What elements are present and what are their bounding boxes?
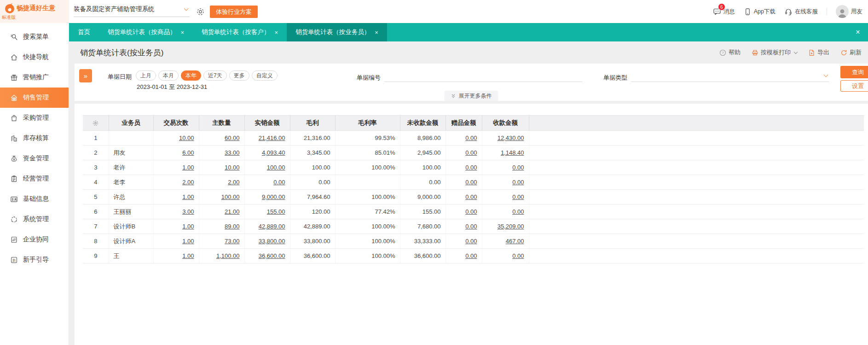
collapse-filter-button[interactable]: »: [79, 69, 92, 82]
col-header-trades[interactable]: 交易次数: [153, 116, 199, 131]
gift-amount-cell[interactable]: 0.00: [446, 190, 482, 205]
sidebar-item-funds[interactable]: 资金管理: [0, 148, 69, 169]
expand-more-conditions-button[interactable]: 展开更多条件: [445, 91, 498, 101]
app-download-button[interactable]: App下载: [744, 0, 775, 23]
qty-cell[interactable]: 100.00: [199, 190, 244, 205]
qty-cell[interactable]: 89.00: [199, 219, 244, 234]
table-body: 1 10.00 60.00 21,416.00 21,316.00 99.53%…: [83, 131, 864, 263]
gift-amount-cell[interactable]: 0.00: [446, 205, 482, 219]
qty-cell[interactable]: 73.00: [199, 234, 244, 249]
help-button[interactable]: ? 帮助: [719, 48, 741, 57]
col-header-qty[interactable]: 主数量: [199, 116, 244, 131]
trades-cell[interactable]: 10.00: [153, 131, 199, 146]
qty-cell[interactable]: 60.00: [199, 131, 244, 146]
sidebar-item-sales[interactable]: 销售管理: [0, 88, 69, 108]
sidebar-item-collaboration[interactable]: 企业协同: [0, 229, 69, 250]
trades-cell[interactable]: 1.00: [153, 234, 199, 249]
tab-close-icon[interactable]: ×: [275, 29, 278, 36]
received-cell[interactable]: 35,209.00: [482, 219, 529, 234]
sidebar-item-basic-info[interactable]: 基础信息: [0, 189, 69, 209]
qty-cell[interactable]: 1,100.00: [199, 249, 244, 263]
col-header-gross-margin[interactable]: 毛利率: [335, 116, 400, 131]
messages-button[interactable]: 消息 6: [713, 0, 735, 23]
qty-cell[interactable]: 2.00: [199, 175, 244, 190]
date-pill[interactable]: 近7天: [203, 70, 227, 81]
settings-button[interactable]: 设置: [840, 80, 868, 92]
qty-cell[interactable]: 33.00: [199, 146, 244, 160]
doc-type-select[interactable]: [631, 72, 829, 82]
qty-cell[interactable]: 10.00: [199, 160, 244, 175]
col-header-unreceived[interactable]: 未收款金额: [400, 116, 446, 131]
close-all-tabs-icon[interactable]: ×: [848, 23, 868, 41]
gift-amount-cell[interactable]: 0.00: [446, 175, 482, 190]
sales-amount-cell[interactable]: 100.00: [244, 160, 290, 175]
trades-cell[interactable]: 2.00: [153, 175, 199, 190]
gear-icon[interactable]: [196, 7, 205, 16]
trades-cell[interactable]: 1.00: [153, 160, 199, 175]
column-settings-cell[interactable]: [83, 116, 109, 131]
export-button[interactable]: 导出: [808, 48, 829, 57]
sales-amount-cell[interactable]: 21,416.00: [244, 131, 290, 146]
gift-amount-cell[interactable]: 0.00: [446, 146, 482, 160]
system-selector-dropdown[interactable]: 装备及固定资产辅助管理系统: [74, 5, 190, 17]
query-button[interactable]: 查询: [840, 66, 868, 78]
trades-cell[interactable]: 3.00: [153, 205, 199, 219]
date-pill[interactable]: 本年: [181, 70, 201, 81]
date-pill[interactable]: 本月: [158, 70, 179, 81]
col-header-gift-amount[interactable]: 赠品金额: [446, 116, 482, 131]
sidebar-item-system[interactable]: 系统管理: [0, 209, 69, 229]
refresh-button[interactable]: 刷新: [840, 48, 862, 57]
tab[interactable]: 首页: [69, 23, 99, 41]
sidebar-item-beginner-guide[interactable]: 新 新手引导: [0, 250, 69, 270]
gift-amount-cell[interactable]: 0.00: [446, 160, 482, 175]
trades-cell[interactable]: 1.00: [153, 190, 199, 205]
sidebar-item-inventory[interactable]: 库存核算: [0, 128, 69, 148]
sidebar-item-marketing[interactable]: 营销推广: [0, 67, 69, 88]
gift-amount-cell[interactable]: 0.00: [446, 234, 482, 249]
gift-amount-cell[interactable]: 0.00: [446, 219, 482, 234]
sales-amount-cell[interactable]: 42,889.00: [244, 219, 290, 234]
gift-amount-cell[interactable]: 0.00: [446, 131, 482, 146]
trades-cell[interactable]: 6.00: [153, 146, 199, 160]
qty-cell[interactable]: 21.00: [199, 205, 244, 219]
trades-cell[interactable]: 1.00: [153, 219, 199, 234]
date-pill[interactable]: 更多: [229, 70, 249, 81]
col-header-sales-amount[interactable]: 实销金额: [244, 116, 290, 131]
received-cell[interactable]: 0.00: [482, 249, 529, 263]
sales-amount-cell[interactable]: 0.00: [244, 175, 290, 190]
tab[interactable]: 销货单统计表（按客户） ×: [193, 23, 287, 41]
received-cell[interactable]: 0.00: [482, 190, 529, 205]
sidebar-item-search-menu[interactable]: 搜索菜单: [0, 27, 69, 47]
sales-amount-cell[interactable]: 4,093.40: [244, 146, 290, 160]
sidebar-item-operations[interactable]: 经营管理: [0, 169, 69, 189]
received-cell[interactable]: 0.00: [482, 205, 529, 219]
date-pill[interactable]: 上月: [136, 70, 156, 81]
gift-amount-cell[interactable]: 0.00: [446, 249, 482, 263]
sidebar-item-quick-nav[interactable]: 快捷导航: [0, 47, 69, 67]
sales-amount-cell[interactable]: 9,000.00: [244, 190, 290, 205]
online-service-button[interactable]: 在线客服: [784, 0, 818, 23]
tab-close-icon[interactable]: ×: [375, 29, 378, 36]
trial-industry-button[interactable]: 体验行业方案: [210, 6, 258, 18]
sales-amount-cell[interactable]: 36,600.00: [244, 249, 290, 263]
date-pill[interactable]: 自定义: [252, 70, 278, 81]
tab-close-icon[interactable]: ×: [181, 29, 185, 36]
col-header-clerk[interactable]: 业务员: [109, 116, 153, 131]
tab[interactable]: 销货单统计表（按业务员） ×: [287, 23, 387, 41]
received-cell[interactable]: 0.00: [482, 175, 529, 190]
col-header-received[interactable]: 收款金额: [482, 116, 529, 131]
date-range-value[interactable]: 2023-01-01 至 2023-12-31: [137, 83, 207, 91]
user-menu[interactable]: 用友: [836, 0, 862, 23]
received-cell[interactable]: 0.00: [482, 160, 529, 175]
trades-cell[interactable]: 1.00: [153, 249, 199, 263]
sales-amount-cell[interactable]: 155.00: [244, 205, 290, 219]
tab[interactable]: 销货单统计表（按商品） ×: [99, 23, 193, 41]
received-cell[interactable]: 12,430.00: [482, 131, 529, 146]
sidebar-item-purchase[interactable]: 采购管理: [0, 108, 69, 128]
doc-no-input[interactable]: [384, 72, 582, 82]
sales-amount-cell[interactable]: 33,800.00: [244, 234, 290, 249]
col-header-gross-profit[interactable]: 毛利: [290, 116, 335, 131]
print-by-template-button[interactable]: 按模板打印: [752, 48, 797, 57]
received-cell[interactable]: 1,148.40: [482, 146, 529, 160]
received-cell[interactable]: 467.00: [482, 234, 529, 249]
